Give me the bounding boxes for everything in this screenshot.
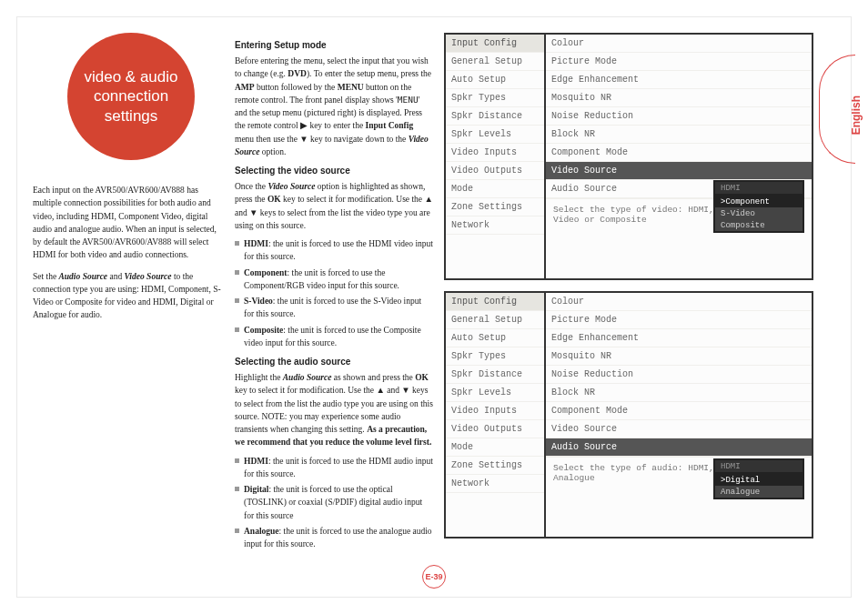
menu-main-item: Video Source (546, 420, 812, 438)
menu-sidebar-item: Auto Setup (446, 71, 544, 89)
menu-sidebar-item: Spkr Levels (446, 384, 544, 402)
menu-sidebar-item: Auto Setup (446, 329, 544, 347)
menu-sidebar-item: General Setup (446, 53, 544, 71)
heading-audio-source: Selecting the audio source (235, 355, 433, 368)
dropdown-option: >Digital (715, 474, 802, 486)
dropdown-menu: HDMI>Digital Analogue (713, 458, 804, 499)
menu-sidebar-item: Video Outputs (446, 420, 544, 438)
dropdown-option: Composite (715, 219, 802, 231)
menu-sidebar-item: Input Config (446, 293, 544, 311)
intro-p2: Set the Audio Source and Video Source to… (33, 270, 224, 322)
right-column: Input ConfigGeneral SetupAuto SetupSpkr … (444, 33, 813, 578)
para-s1: Before entering the menu, select the inp… (235, 55, 433, 158)
dropdown-option: >Component (715, 196, 802, 207)
menu-sidebar-item: Spkr Types (446, 89, 544, 107)
list-item: S-Video: the unit is forced to use the S… (235, 295, 433, 321)
para-s3: Highlight the Audio Source as shown and … (235, 371, 433, 449)
list-item: Component: the unit is forced to use the… (235, 267, 433, 293)
list-item: HDMI: the unit is forced to use the HDMI… (235, 237, 433, 264)
dropdown-option: Analogue (715, 486, 802, 498)
menu-main: ColourPicture ModeEdge EnhancementMosqui… (546, 293, 812, 537)
menu-main-item: Block NR (546, 384, 812, 402)
page-number: E-39 (422, 565, 446, 589)
menu-sidebar-item: Zone Settings (446, 457, 544, 475)
menu-sidebar-item: Spkr Distance (446, 107, 544, 126)
menu-main-item: Colour (546, 293, 812, 311)
menu-screen-audio: Input ConfigGeneral SetupAuto SetupSpkr … (444, 291, 813, 539)
menu-main: ColourPicture ModeEdge EnhancementMosqui… (546, 35, 812, 278)
menu-main-item: Component Mode (546, 144, 812, 162)
left-column: video & audio connection settings Each i… (33, 33, 224, 578)
language-label: English (850, 96, 863, 135)
menu-main-item: Colour (546, 35, 812, 53)
list-video: HDMI: the unit is forced to use the HDMI… (235, 237, 433, 349)
para-s2: Once the Video Source option is highligh… (235, 180, 433, 232)
menu-sidebar-item: Spkr Distance (446, 366, 544, 384)
menu-sidebar-item: Spkr Types (446, 347, 544, 366)
list-item: HDMI: the unit is forced to use the HDMI… (235, 455, 433, 481)
menu-sidebar: Input ConfigGeneral SetupAuto SetupSpkr … (446, 35, 546, 278)
heading-entering-setup: Entering Setup mode (235, 38, 433, 52)
list-item: Analogue: the unit is forced to use the … (235, 525, 433, 551)
section-title-circle: video & audio connection settings (67, 33, 195, 160)
menu-main-item: Edge Enhancement (546, 329, 812, 347)
intro-p1: Each input on the AVR500/AVR600/AV888 ha… (33, 184, 224, 262)
menu-sidebar-item: Mode (446, 180, 544, 198)
menu-sidebar-item: Network (446, 216, 544, 235)
dropdown-option: HDMI (715, 182, 802, 196)
menu-sidebar-item: Video Inputs (446, 402, 544, 420)
menu-main-item: Picture Mode (546, 53, 812, 71)
menu-main-item: Edge Enhancement (546, 71, 812, 89)
menu-sidebar-item: Input Config (446, 35, 544, 53)
menu-main-item: Audio Source (546, 438, 812, 457)
content-area: video & audio connection settings Each i… (33, 33, 813, 578)
dropdown-menu: HDMI>Component S-Video Composite (713, 180, 804, 233)
menu-main-item: Picture Mode (546, 311, 812, 329)
heading-video-source: Selecting the video source (235, 164, 433, 177)
menu-sidebar: Input ConfigGeneral SetupAuto SetupSpkr … (446, 293, 546, 537)
menu-main-item: Component Mode (546, 402, 812, 420)
menu-sidebar-item: Zone Settings (446, 198, 544, 216)
menu-sidebar-item: Video Outputs (446, 162, 544, 180)
list-item: Digital: the unit is forced to use the o… (235, 483, 433, 522)
dropdown-option: S-Video (715, 207, 802, 219)
menu-main-item: Mosquito NR (546, 347, 812, 366)
list-audio: HDMI: the unit is forced to use the HDMI… (235, 455, 433, 551)
section-title: video & audio connection settings (67, 67, 195, 126)
menu-screen-video: Input ConfigGeneral SetupAuto SetupSpkr … (444, 33, 813, 280)
menu-sidebar-item: Video Inputs (446, 144, 544, 162)
middle-column: Entering Setup mode Before entering the … (235, 33, 433, 578)
dropdown-option: HDMI (715, 460, 802, 474)
intro-text: Each input on the AVR500/AVR600/AV888 ha… (33, 184, 224, 322)
menu-main-item: Noise Reduction (546, 107, 812, 126)
menu-sidebar-item: Spkr Levels (446, 126, 544, 144)
menu-sidebar-item: General Setup (446, 311, 544, 329)
menu-main-item: Mosquito NR (546, 89, 812, 107)
menu-main-item: Noise Reduction (546, 366, 812, 384)
menu-sidebar-item: Network (446, 475, 544, 493)
list-item: Composite: the unit is forced to use the… (235, 324, 433, 350)
menu-main-item: Video Source (546, 162, 812, 180)
menu-sidebar-item: Mode (446, 438, 544, 457)
menu-main-item: Block NR (546, 126, 812, 144)
